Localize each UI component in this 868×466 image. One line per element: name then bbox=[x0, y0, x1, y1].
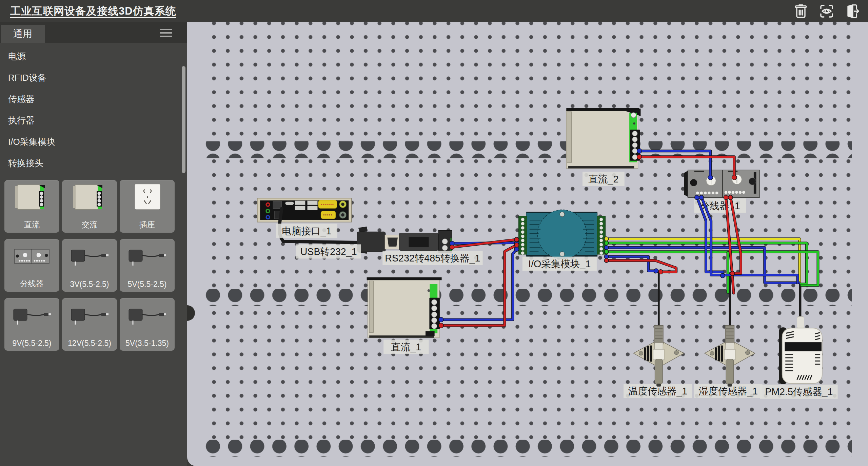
palette-card-2[interactable]: 插座 bbox=[120, 180, 175, 233]
top-bar: 工业互联网设备及接线3D仿真系统 bbox=[0, 0, 868, 22]
device-dc2[interactable] bbox=[566, 108, 640, 168]
sidebar-item-4[interactable]: I/O采集模块 bbox=[0, 131, 180, 153]
palette-card-label: 直流 bbox=[4, 219, 59, 230]
label-temp: 温度传感器_1 bbox=[628, 386, 688, 396]
label-usb232: USB转232_1 bbox=[300, 246, 357, 257]
device-dc1[interactable] bbox=[367, 277, 442, 338]
trash-icon[interactable] bbox=[793, 3, 809, 19]
palette-card-label: 5V(3.5-1.35) bbox=[120, 339, 175, 348]
sidebar: 通用 电源RFID设备传感器执行器I/O采集模块转换接头 直流交流插座分线器3V… bbox=[0, 22, 187, 466]
palette-card-4[interactable]: 3V(5.5-2.5) bbox=[62, 239, 117, 292]
palette-card-6[interactable]: 9V(5.5-2.5) bbox=[4, 298, 59, 351]
sidebar-item-3[interactable]: 执行器 bbox=[0, 110, 180, 131]
palette-card-1[interactable]: 交流 bbox=[62, 180, 117, 233]
sidebar-item-2[interactable]: 传感器 bbox=[0, 89, 180, 110]
palette-card-label: 9V(5.5-2.5) bbox=[4, 339, 59, 348]
palette-card-5[interactable]: 5V(5.5-2.5) bbox=[120, 239, 175, 292]
palette-card-label: 插座 bbox=[120, 219, 175, 230]
palette-card-0[interactable]: 直流 bbox=[4, 180, 59, 233]
palette-card-label: 分线器 bbox=[4, 278, 59, 289]
label-io-module: I/O采集模块_1 bbox=[528, 258, 591, 269]
label-humidity: 湿度传感器_1 bbox=[698, 386, 758, 396]
exit-icon[interactable] bbox=[844, 3, 861, 19]
adapter-thumbnail-icon bbox=[10, 300, 54, 334]
palette-card-3[interactable]: 分线器 bbox=[4, 239, 59, 292]
device-palette: 直流交流插座分线器3V(5.5-2.5)5V(5.5-2.5)9V(5.5-2.… bbox=[4, 180, 175, 351]
sidebar-tab-strip: 通用 bbox=[0, 22, 187, 43]
dc-thumbnail-icon bbox=[68, 182, 111, 216]
label-rs232-485: RS232转485转换器_1 bbox=[385, 253, 480, 264]
adapter-thumbnail-icon bbox=[68, 241, 111, 275]
adapter-thumbnail-icon bbox=[125, 241, 169, 275]
device-io-module[interactable] bbox=[518, 210, 605, 259]
simulation-canvas[interactable]: 直流_2 分线器_1 电脑接口_1 USB转232_1 RS232转485转换器… bbox=[187, 22, 868, 466]
dc-thumbnail-icon bbox=[10, 182, 54, 216]
sidebar-item-0[interactable]: 电源 bbox=[0, 46, 180, 67]
sidebar-item-1[interactable]: RFID设备 bbox=[0, 67, 180, 89]
toolbar bbox=[793, 3, 861, 19]
palette-card-label: 5V(5.5-2.5) bbox=[120, 280, 175, 289]
pegboard: 直流_2 分线器_1 电脑接口_1 USB转232_1 RS232转485转换器… bbox=[187, 22, 868, 466]
label-dc2: 直流_2 bbox=[588, 174, 618, 185]
adapter-thumbnail-icon bbox=[125, 300, 169, 334]
label-pc1: 电脑接口_1 bbox=[282, 226, 331, 236]
sidebar-scrollbar[interactable] bbox=[182, 66, 185, 173]
app-title: 工业互联网设备及接线3D仿真系统 bbox=[10, 4, 176, 18]
socket-thumbnail-icon bbox=[125, 182, 169, 216]
adapter-thumbnail-icon bbox=[68, 300, 111, 334]
sidebar-menu: 电源RFID设备传感器执行器I/O采集模块转换接头 bbox=[0, 46, 180, 174]
sidebar-item-5[interactable]: 转换接头 bbox=[0, 153, 180, 174]
palette-card-label: 交流 bbox=[62, 219, 117, 230]
device-splitter1[interactable] bbox=[684, 170, 760, 197]
tab-common[interactable]: 通用 bbox=[1, 25, 45, 43]
app-window: { "header": { "title": "工业互联网设备及接线3D仿真系统… bbox=[0, 0, 868, 466]
palette-card-label: 3V(5.5-2.5) bbox=[62, 280, 117, 289]
palette-card-label: 12V(5.5-2.5) bbox=[62, 339, 117, 348]
hamburger-menu-icon[interactable] bbox=[160, 29, 172, 38]
palette-card-7[interactable]: 12V(5.5-2.5) bbox=[62, 298, 117, 351]
label-dc1: 直流_1 bbox=[391, 342, 421, 352]
palette-card-8[interactable]: 5V(3.5-1.35) bbox=[120, 298, 175, 351]
view-focus-icon[interactable] bbox=[818, 3, 835, 19]
label-pm25: PM2.5传感器_1 bbox=[765, 386, 833, 397]
splitter-thumbnail-icon bbox=[10, 241, 54, 275]
device-pc-panel[interactable] bbox=[257, 198, 352, 222]
